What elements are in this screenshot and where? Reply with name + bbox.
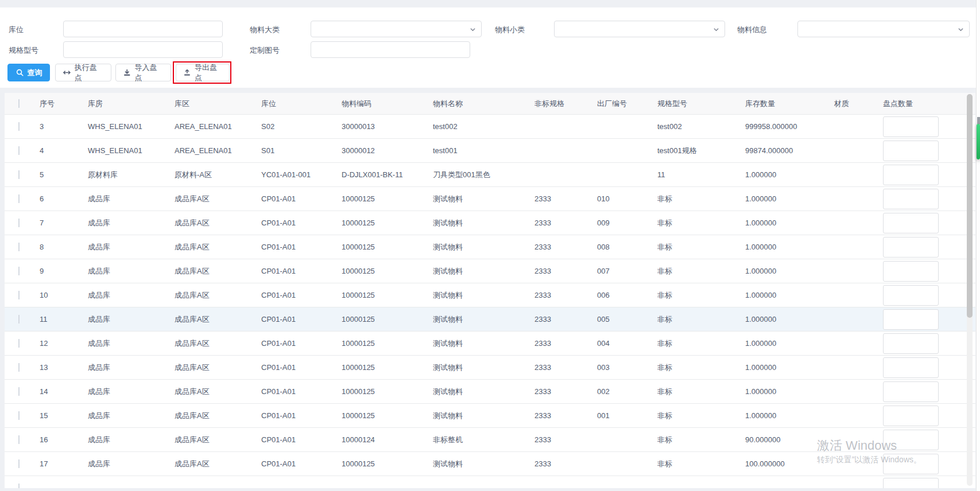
export-count-label: 导出盘点 — [195, 63, 222, 83]
table-row: 12 成品库 成品库A区 CP01-A01 10000125 测试物料 2333… — [5, 332, 975, 356]
count-qty-input[interactable] — [883, 309, 939, 330]
cell-name: 测试物料 — [433, 194, 534, 204]
row-checkbox[interactable] — [18, 484, 20, 488]
cell-spec: 非标 — [657, 435, 745, 445]
col-header-qty: 库存数量 — [745, 99, 834, 109]
cell-location: CP01-A01 — [261, 387, 342, 396]
cell-area: 成品库A区 — [175, 459, 261, 469]
table-row — [5, 476, 975, 488]
count-qty-input[interactable] — [883, 381, 939, 402]
double-arrow-icon — [63, 68, 71, 77]
cell-location: CP01-A01 — [261, 459, 342, 468]
cell-seq: 4 — [40, 146, 88, 155]
tuhao-input[interactable] — [311, 41, 470, 58]
row-checkbox[interactable] — [18, 411, 20, 420]
table-row: 14 成品库 成品库A区 CP01-A01 10000125 测试物料 2333… — [5, 380, 975, 404]
cell-code: 10000125 — [342, 387, 433, 396]
col-header-location: 库位 — [261, 99, 342, 109]
count-qty-input[interactable] — [883, 165, 939, 185]
chevron-down-icon — [470, 26, 476, 33]
cell-warehouse: 成品库 — [88, 435, 175, 445]
cell-spec: 非标 — [657, 411, 745, 421]
row-checkbox[interactable] — [18, 243, 20, 251]
count-qty-input[interactable] — [883, 406, 939, 426]
cell-spec: 非标 — [657, 218, 745, 228]
row-checkbox[interactable] — [18, 387, 20, 396]
cell-nonstd: 2333 — [534, 267, 597, 275]
col-header-warehouse: 库房 — [88, 99, 175, 109]
cell-warehouse: 成品库 — [88, 242, 175, 252]
row-checkbox[interactable] — [18, 459, 20, 468]
kuwei-input[interactable] — [63, 21, 223, 37]
cell-area: 成品库A区 — [175, 387, 261, 397]
row-checkbox[interactable] — [18, 363, 20, 372]
table-row: 16 成品库 成品库A区 CP01-A01 10000124 非标整机 2333… — [5, 428, 975, 452]
page-scrollbar-thumb[interactable] — [977, 124, 980, 159]
export-count-button[interactable]: 导出盘点 — [176, 64, 230, 81]
cell-area: 成品库A区 — [175, 290, 261, 301]
execute-count-label: 执行盘点 — [75, 63, 104, 83]
cell-seq: 10 — [40, 291, 88, 299]
xiaolei-select[interactable] — [554, 21, 725, 37]
cell-nonstd: 2333 — [534, 194, 597, 203]
cell-qty: 100.000000 — [745, 459, 834, 468]
dalei-select[interactable] — [311, 21, 482, 37]
page-scrollbar[interactable] — [976, 0, 980, 491]
cell-nonstd: 2333 — [534, 363, 597, 372]
cell-factory-no: 001 — [597, 411, 657, 420]
count-qty-input[interactable] — [883, 237, 939, 258]
select-all-checkbox[interactable] — [18, 99, 20, 108]
cell-code: 30000012 — [342, 146, 433, 155]
cell-factory-no: 009 — [597, 219, 657, 227]
table-scrollbar-track[interactable] — [967, 94, 973, 486]
row-checkbox[interactable] — [18, 194, 20, 203]
cell-name: 测试物料 — [433, 242, 534, 252]
cell-location: CP01-A01 — [261, 315, 342, 324]
table-header-row: 序号 库房 库区 库位 物料编码 物料名称 非标规格 出厂编号 规格型号 库存数… — [5, 93, 975, 115]
count-qty-input[interactable] — [883, 189, 939, 209]
cell-spec: 非标 — [657, 194, 745, 204]
cell-name: test002 — [433, 122, 534, 131]
cell-area: 成品库A区 — [175, 435, 261, 445]
row-checkbox[interactable] — [18, 315, 20, 324]
search-icon — [16, 68, 24, 77]
count-qty-input[interactable] — [883, 357, 939, 378]
count-qty-input[interactable] — [883, 285, 939, 306]
row-checkbox[interactable] — [18, 170, 20, 179]
count-qty-input[interactable] — [883, 116, 939, 137]
xinxi-select[interactable] — [797, 21, 970, 37]
count-qty-input[interactable] — [883, 333, 939, 354]
guige-input[interactable] — [63, 41, 223, 58]
table-scrollbar-thumb[interactable] — [967, 94, 973, 318]
col-header-count: 盘点数量 — [883, 99, 968, 109]
count-qty-input[interactable] — [883, 430, 939, 450]
cell-factory-no: 005 — [597, 315, 657, 324]
cell-location: CP01-A01 — [261, 267, 342, 275]
row-checkbox[interactable] — [18, 339, 20, 348]
count-qty-input[interactable] — [883, 213, 939, 233]
cell-warehouse: 成品库 — [88, 411, 175, 421]
count-qty-input[interactable] — [883, 141, 939, 161]
count-qty-input[interactable] — [883, 261, 939, 282]
col-header-code: 物料编码 — [342, 99, 433, 109]
row-checkbox[interactable] — [18, 146, 20, 155]
count-qty-input[interactable] — [883, 454, 939, 474]
cell-seq: 17 — [40, 459, 88, 468]
cell-spec: 非标 — [657, 338, 745, 349]
cell-name: 测试物料 — [433, 218, 534, 228]
cell-nonstd: 2333 — [534, 459, 597, 468]
chevron-down-icon — [713, 26, 719, 33]
col-header-name: 物料名称 — [433, 99, 534, 109]
row-checkbox[interactable] — [18, 291, 20, 299]
row-checkbox[interactable] — [18, 219, 20, 227]
import-count-button[interactable]: 导入盘点 — [115, 64, 171, 81]
row-checkbox[interactable] — [18, 435, 20, 444]
upload-icon — [183, 68, 191, 77]
execute-count-button[interactable]: 执行盘点 — [55, 64, 111, 81]
count-qty-input[interactable] — [883, 478, 939, 489]
row-checkbox[interactable] — [18, 122, 20, 131]
query-button[interactable]: 查询 — [7, 64, 50, 81]
cell-warehouse: 成品库 — [88, 387, 175, 397]
row-checkbox[interactable] — [18, 267, 20, 275]
cell-spec: 非标 — [657, 266, 745, 276]
